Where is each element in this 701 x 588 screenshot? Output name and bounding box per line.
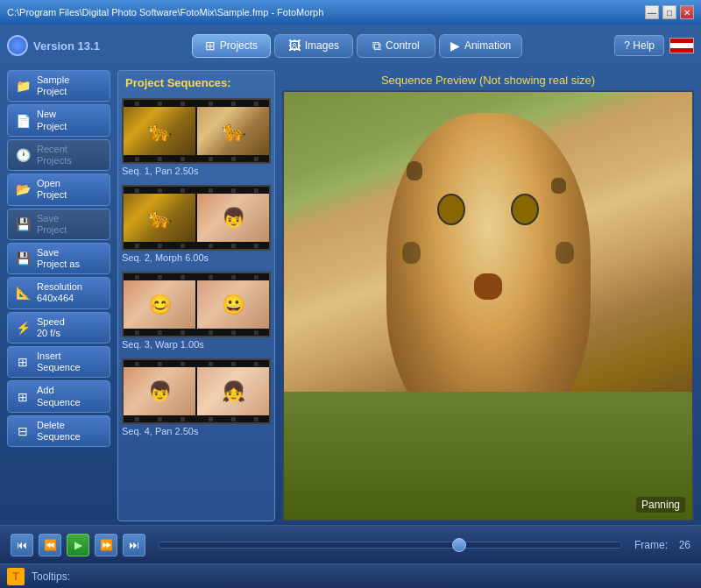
window-title: C:\Program Files\Digital Photo Software\… [7,7,323,18]
frame-label: Frame: [634,539,674,551]
sidebar-btn-resolution[interactable]: 📐 Resolution640x464 [7,277,110,308]
progress-bar[interactable] [158,542,622,549]
tabs-area: ⊞ Projects 🖼 Images ⧉ Control ▶ Animatio… [107,34,607,58]
top-bar: Version 13.1 ⊞ Projects 🖼 Images ⧉ Contr… [0,25,701,67]
sidebar-btn-save-project-as[interactable]: 💾 SaveProject as [7,243,110,274]
version-label: Version 13.1 [33,39,100,53]
sequence-3-filmstrip: 😊 😀 [122,272,271,337]
sequence-item-2[interactable]: 🐆 👦 Seq. 2, Morph 6.00s [122,185,271,265]
sequence-item-4[interactable]: 👦 👧 Seq. 4, Pan 2.50s [122,358,271,438]
spot-1 [407,161,423,181]
sidebar-btn-delete-sequence[interactable]: ⊟ DeleteSequence [7,415,110,447]
logo-area: Version 13.1 [7,35,100,56]
save-project-label: SaveProject [37,213,67,236]
spot-2 [551,178,565,194]
save-project-icon: 💾 [13,215,32,234]
open-project-label: OpenProject [37,178,67,201]
sidebar-btn-recent-projects: 🕐 RecentProjects [7,139,110,171]
title-bar: C:\Program Files\Digital Photo Software\… [0,0,701,25]
images-tab-icon: 🖼 [288,39,301,53]
sidebar-btn-open-project[interactable]: 📂 OpenProject [7,174,110,205]
sample-project-label: SampleProject [37,74,69,97]
close-button[interactable]: ✕ [680,5,694,19]
resolution-icon: 📐 [13,283,32,302]
rewind-button[interactable]: ⏮ [11,534,33,556]
tab-control-label: Control [386,39,420,52]
help-button-label: ? Help [624,39,655,52]
new-project-label: NewProject [37,109,67,131]
preview-area: Sequence Preview (Not showing real size) [282,70,694,521]
sidebar-btn-sample-project[interactable]: 📁 SampleProject [7,70,110,102]
sequence-1-filmstrip: 🐆 🐆 [122,98,271,164]
minimize-button[interactable]: — [645,5,659,19]
tab-images[interactable]: 🖼 Images [274,34,353,58]
preview-title: Sequence Preview (Not showing real size) [282,70,694,90]
progress-thumb[interactable] [452,538,466,552]
sidebar-btn-add-sequence[interactable]: ⊞ AddSequence [7,380,110,412]
save-project-as-label: SaveProject as [37,247,80,270]
cheetah-bg [284,92,692,520]
main-container: Version 13.1 ⊞ Projects 🖼 Images ⧉ Contr… [0,25,701,588]
sample-project-icon: 📁 [13,76,32,96]
sidebar-btn-new-project[interactable]: 📄 NewProject [7,104,110,136]
sidebar-btn-insert-sequence[interactable]: ⊞ InsertSequence [7,346,110,378]
sequences-panel: Project Sequences: 🐆 [117,70,275,521]
sequence-4-label: Seq. 4, Pan 2.50s [122,424,271,438]
next-frame-button[interactable]: ⏩ [95,534,117,556]
sequence-3-label: Seq. 3, Warp 1.00s [122,337,271,351]
cheetah-eye-left [437,194,466,226]
speed-icon: ⚡ [13,318,32,337]
sequence-2-filmstrip: 🐆 👦 [122,185,271,251]
preview-overlay-label: Panning [636,497,685,513]
tooltips-icon[interactable]: T [7,568,25,585]
playback-bar: ⏮ ⏪ ▶ ⏩ ⏭ Frame: 26 [0,525,701,563]
sequence-item-3[interactable]: 😊 😀 Seq. 3, Warp 1.00s [122,272,271,351]
tab-projects-label: Projects [220,39,258,52]
maximize-button[interactable]: □ [662,5,676,19]
sequence-item-1[interactable]: 🐆 🐆 Seq. 1, Pan 2.50s [122,98,271,178]
add-sequence-label: AddSequence [37,385,81,407]
sidebar-btn-speed[interactable]: ⚡ Speed20 f/s [7,312,110,344]
frame-3-2: 😀 [197,273,269,336]
language-flag-icon[interactable] [669,38,694,53]
frame-1-1: 🐆 [124,100,197,162]
save-project-as-icon: 💾 [13,249,32,268]
recent-projects-label: RecentProjects [37,144,72,166]
tab-control[interactable]: ⧉ Control [357,34,435,58]
resolution-label: Resolution640x464 [37,281,82,304]
tab-projects[interactable]: ⊞ Projects [192,34,271,58]
spot-3 [402,242,421,265]
window-controls: — □ ✕ [645,5,694,19]
fast-forward-button[interactable]: ⏭ [123,534,145,556]
frame-2-2: 👦 [197,187,269,249]
sequences-scroll[interactable]: 🐆 🐆 Seq. 1, Pan 2.50s [118,95,274,521]
content-area: 📁 SampleProject 📄 NewProject 🕐 RecentPro… [0,67,701,525]
delete-sequence-label: DeleteSequence [37,420,81,443]
frame-1-2: 🐆 [197,100,269,162]
grass-bg [284,392,692,520]
sequence-2-label: Seq. 2, Morph 6.00s [122,251,271,265]
app-logo-icon [7,35,28,56]
frame-4-2: 👧 [197,360,269,422]
help-button[interactable]: ? Help [614,35,664,56]
tab-images-label: Images [305,39,339,52]
frame-2-1: 🐆 [124,187,197,249]
speed-label: Speed20 f/s [37,316,65,339]
projects-tab-icon: ⊞ [205,39,216,53]
cheetah-eye-right [511,194,540,226]
open-project-icon: 📂 [13,180,32,199]
play-button[interactable]: ▶ [67,534,89,556]
status-bar: T Tooltips: [0,563,701,588]
cheetah-nose [474,273,503,299]
tooltips-label: Tooltips: [32,570,70,583]
new-project-icon: 📄 [13,111,32,131]
insert-sequence-label: InsertSequence [37,351,81,373]
sequence-4-filmstrip: 👦 👧 [122,358,271,424]
prev-frame-button[interactable]: ⏪ [39,534,61,556]
delete-sequence-icon: ⊟ [13,422,32,441]
sequence-1-label: Seq. 1, Pan 2.50s [122,164,271,178]
animation-tab-icon: ▶ [450,39,460,53]
spot-4 [556,242,574,265]
tab-animation[interactable]: ▶ Animation [439,34,522,58]
cheetah-face [386,113,591,434]
